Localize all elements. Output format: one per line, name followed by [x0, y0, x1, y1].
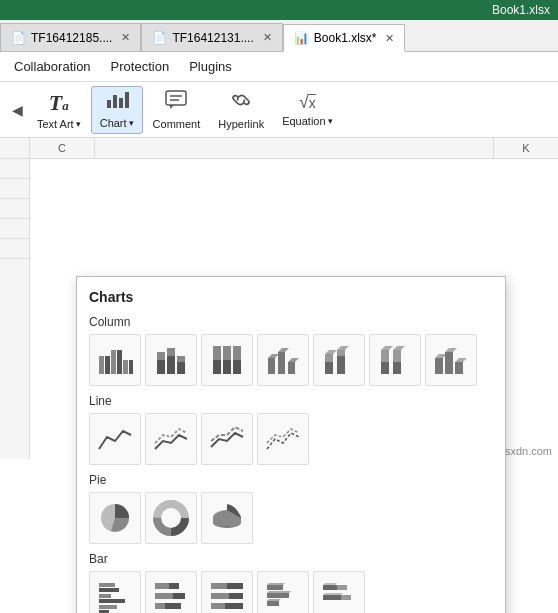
tab-3-close[interactable]: ✕ [385, 32, 394, 45]
svg-rect-44 [435, 358, 443, 374]
svg-rect-0 [107, 100, 111, 108]
svg-rect-16 [167, 356, 175, 374]
hyperlink-label: Hyperlink [218, 118, 264, 130]
svg-rect-14 [157, 360, 165, 374]
svg-rect-21 [213, 346, 221, 360]
text-art-icon: Ta [49, 90, 69, 116]
svg-marker-85 [323, 593, 343, 595]
text-art-btn[interactable]: Ta Text Art ▾ [29, 86, 89, 134]
comment-label: Comment [153, 118, 201, 130]
col-k-header: K [493, 138, 558, 158]
svg-rect-22 [223, 360, 231, 374]
svg-rect-80 [323, 585, 337, 590]
ribbon-plugins[interactable]: Plugins [179, 54, 242, 81]
tab-2[interactable]: 📄 TF16412131.... ✕ [141, 23, 282, 51]
ribbon-collaboration[interactable]: Collaboration [4, 54, 101, 81]
chart-stacked-column[interactable] [145, 334, 197, 386]
text-art-dropdown-icon: ▾ [76, 119, 81, 129]
tab-1-close[interactable]: ✕ [121, 31, 130, 44]
line-chart-grid [89, 413, 493, 465]
chart-line-markers[interactable] [257, 413, 309, 465]
svg-rect-73 [225, 603, 243, 609]
chart-pie[interactable] [89, 492, 141, 544]
chart-btn[interactable]: Chart ▾ [91, 86, 143, 134]
svg-rect-8 [99, 356, 104, 374]
chart-3d-100-stacked-column[interactable] [369, 334, 421, 386]
svg-rect-18 [177, 362, 185, 374]
svg-marker-40 [381, 346, 393, 350]
tab-3[interactable]: 📊 Book1.xlsx* ✕ [283, 24, 406, 52]
svg-marker-49 [455, 358, 467, 362]
hyperlink-btn[interactable]: Hyperlink [210, 86, 272, 134]
svg-rect-32 [325, 362, 333, 374]
line-section-label: Line [89, 394, 493, 408]
svg-marker-37 [337, 346, 349, 350]
svg-rect-83 [323, 595, 341, 600]
tab-2-label: TF16412131.... [172, 31, 253, 45]
ribbon-protection[interactable]: Protection [101, 54, 180, 81]
tab-2-close[interactable]: ✕ [263, 31, 272, 44]
svg-rect-56 [99, 583, 115, 587]
chart-stacked-bar[interactable] [145, 571, 197, 613]
svg-rect-59 [99, 599, 125, 603]
svg-marker-47 [445, 348, 457, 352]
chart-donut[interactable] [145, 492, 197, 544]
tab-1[interactable]: 📄 TF16412185.... ✕ [0, 23, 141, 51]
svg-marker-29 [278, 348, 289, 352]
equation-icon: √x [299, 92, 316, 113]
chart-100-stacked-bar[interactable] [201, 571, 253, 613]
svg-rect-63 [169, 583, 179, 589]
chart-3d-clustered-column[interactable] [257, 334, 309, 386]
svg-rect-48 [455, 362, 463, 374]
charts-popup-title: Charts [89, 289, 493, 305]
chart-100-stacked-column[interactable] [201, 334, 253, 386]
svg-rect-23 [223, 346, 231, 360]
chart-label: Chart ▾ [100, 117, 134, 129]
tab-3-label: Book1.xlsx* [314, 31, 377, 45]
chart-3d-column[interactable] [425, 334, 477, 386]
equation-btn[interactable]: √x Equation ▾ [274, 86, 340, 134]
svg-rect-33 [325, 354, 333, 362]
chart-3d-pie[interactable] [201, 492, 253, 544]
svg-rect-9 [105, 356, 110, 374]
svg-marker-43 [393, 346, 405, 350]
chart-clustered-bar[interactable] [89, 571, 141, 613]
svg-marker-79 [267, 599, 281, 601]
chart-3d-clustered-bar[interactable] [257, 571, 309, 613]
svg-rect-60 [99, 605, 117, 609]
svg-rect-35 [337, 356, 345, 374]
equation-dropdown-icon: ▾ [328, 116, 333, 126]
svg-rect-76 [267, 593, 289, 598]
comment-btn[interactable]: Comment [145, 86, 209, 134]
svg-rect-38 [381, 362, 389, 374]
comment-icon [164, 89, 188, 116]
bar-chart-grid [89, 571, 493, 613]
svg-rect-71 [229, 593, 243, 599]
pie-chart-grid [89, 492, 493, 544]
chart-3d-stacked-bar[interactable] [313, 571, 365, 613]
svg-rect-84 [341, 595, 351, 600]
svg-rect-28 [278, 352, 285, 374]
chart-3d-stacked-column[interactable] [313, 334, 365, 386]
hyperlink-icon [229, 89, 253, 116]
svg-rect-62 [155, 583, 169, 589]
svg-rect-1 [113, 95, 117, 108]
svg-marker-27 [268, 354, 279, 358]
equation-label: Equation ▾ [282, 115, 332, 127]
column-chart-grid [89, 334, 493, 386]
pie-section-label: Pie [89, 473, 493, 487]
chart-100-stacked-line[interactable] [201, 413, 253, 465]
scroll-left-btn[interactable]: ◀ [8, 102, 27, 118]
tab-2-icon: 📄 [152, 31, 167, 45]
workbook-title: Book1.xlsx [492, 3, 550, 17]
chart-line[interactable] [89, 413, 141, 465]
svg-rect-19 [177, 356, 185, 362]
svg-rect-4 [166, 91, 186, 105]
chart-stacked-line[interactable] [145, 413, 197, 465]
chart-clustered-column[interactable] [89, 334, 141, 386]
svg-marker-5 [170, 105, 174, 109]
chart-dropdown-icon: ▾ [129, 118, 134, 128]
svg-rect-72 [211, 603, 225, 609]
svg-rect-74 [267, 585, 283, 590]
column-section-label: Column [89, 315, 493, 329]
